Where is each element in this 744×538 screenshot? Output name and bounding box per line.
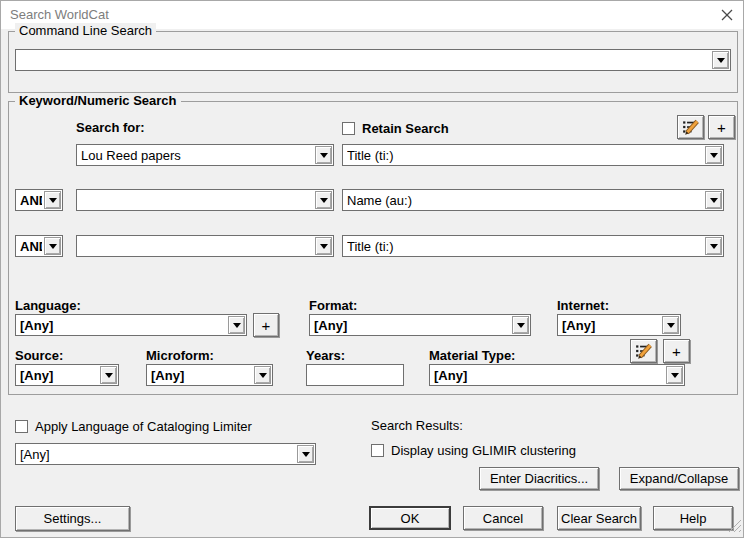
search-index-combo-2[interactable]: Name (au:) — [342, 189, 724, 211]
glimir-clustering-checkbox[interactable] — [371, 444, 384, 457]
source-combo[interactable]: [Any] — [15, 364, 119, 386]
command-line-search-combo[interactable] — [15, 49, 731, 71]
dropdown-arrow-icon[interactable] — [712, 51, 729, 69]
settings-button[interactable]: Settings... — [15, 506, 130, 531]
source-value: [Any] — [20, 368, 98, 383]
search-term-value-1: Lou Reed papers — [81, 148, 313, 163]
edit-material-type-list-button[interactable] — [630, 339, 657, 363]
language-of-cataloging-value: [Any] — [20, 447, 295, 462]
material-type-value: [Any] — [434, 368, 664, 383]
search-index-value-1: Title (ti:) — [347, 148, 703, 163]
plus-icon: + — [262, 317, 271, 334]
help-button[interactable]: Help — [653, 506, 733, 530]
ok-button[interactable]: OK — [369, 506, 451, 530]
search-index-value-2: Name (au:) — [347, 193, 703, 208]
years-label: Years: — [306, 348, 345, 363]
resize-grip-icon — [728, 519, 742, 533]
dropdown-arrow-icon[interactable] — [254, 366, 271, 384]
dropdown-arrow-icon[interactable] — [705, 191, 722, 209]
apply-language-of-cataloging-label: Apply Language of Cataloging Limiter — [35, 419, 252, 434]
format-label: Format: — [309, 298, 357, 313]
command-line-search-group-label: Command Line Search — [15, 23, 156, 38]
search-index-combo-3[interactable]: Title (ti:) — [342, 235, 724, 257]
dropdown-arrow-icon[interactable] — [512, 316, 529, 334]
add-material-type-button[interactable]: + — [663, 339, 690, 363]
dropdown-arrow-icon[interactable] — [228, 316, 245, 334]
keyword-numeric-search-group-label: Keyword/Numeric Search — [15, 93, 181, 108]
resize-grip[interactable] — [728, 519, 742, 536]
clear-search-button[interactable]: Clear Search — [557, 506, 641, 530]
dropdown-arrow-icon[interactable] — [705, 146, 722, 164]
search-worldcat-dialog: Search WorldCat Command Line Search Keyw… — [0, 0, 744, 538]
format-combo[interactable]: [Any] — [309, 314, 531, 336]
search-term-combo-2[interactable] — [76, 189, 334, 211]
years-input[interactable] — [306, 364, 404, 386]
edit-search-list-button[interactable] — [677, 115, 704, 139]
internet-label: Internet: — [557, 298, 609, 313]
cancel-button[interactable]: Cancel — [463, 506, 543, 530]
enter-diacritics-button[interactable]: Enter Diacritics... — [479, 467, 599, 490]
dropdown-arrow-icon[interactable] — [315, 191, 332, 209]
expand-collapse-button[interactable]: Expand/Collapse — [619, 467, 739, 490]
retain-search-label: Retain Search — [362, 121, 449, 136]
add-language-button[interactable]: + — [253, 313, 279, 337]
dropdown-arrow-icon[interactable] — [297, 445, 314, 463]
window-title: Search WorldCat — [10, 7, 109, 22]
language-combo[interactable]: [Any] — [15, 314, 247, 336]
dropdown-arrow-icon[interactable] — [44, 237, 61, 255]
edit-list-pencil-icon — [682, 119, 700, 135]
boolean-operator-value-2: AND — [20, 239, 42, 254]
search-for-label: Search for: — [76, 120, 145, 135]
boolean-operator-combo-1[interactable]: AND — [15, 189, 63, 211]
microform-value: [Any] — [151, 368, 252, 383]
plus-icon: + — [717, 119, 726, 136]
dropdown-arrow-icon[interactable] — [44, 191, 61, 209]
boolean-operator-value-1: AND — [20, 193, 42, 208]
search-index-value-3: Title (ti:) — [347, 239, 703, 254]
boolean-operator-combo-2[interactable]: AND — [15, 235, 63, 257]
dropdown-arrow-icon[interactable] — [315, 237, 332, 255]
dropdown-arrow-icon[interactable] — [100, 366, 117, 384]
search-term-combo-3[interactable] — [76, 235, 334, 257]
material-type-label: Material Type: — [429, 348, 515, 363]
close-button[interactable] — [718, 6, 736, 24]
format-value: [Any] — [314, 318, 510, 333]
dropdown-arrow-icon[interactable] — [662, 316, 679, 334]
edit-list-pencil-icon — [635, 343, 653, 359]
microform-label: Microform: — [146, 348, 214, 363]
search-term-combo-1[interactable]: Lou Reed papers — [76, 144, 334, 166]
material-type-combo[interactable]: [Any] — [429, 364, 685, 386]
internet-combo[interactable]: [Any] — [557, 314, 681, 336]
dropdown-arrow-icon[interactable] — [705, 237, 722, 255]
dropdown-arrow-icon[interactable] — [666, 366, 683, 384]
microform-combo[interactable]: [Any] — [146, 364, 273, 386]
source-label: Source: — [15, 348, 63, 363]
language-of-cataloging-combo[interactable]: [Any] — [15, 443, 316, 465]
plus-icon: + — [672, 343, 681, 360]
close-icon — [721, 9, 733, 21]
add-search-row-button[interactable]: + — [708, 115, 735, 139]
search-results-label: Search Results: — [371, 418, 463, 433]
language-value: [Any] — [20, 318, 226, 333]
retain-search-checkbox[interactable] — [342, 122, 355, 135]
dropdown-arrow-icon[interactable] — [315, 146, 332, 164]
apply-language-of-cataloging-checkbox[interactable] — [15, 420, 28, 433]
search-index-combo-1[interactable]: Title (ti:) — [342, 144, 724, 166]
glimir-clustering-label: Display using GLIMIR clustering — [391, 443, 576, 458]
language-label: Language: — [15, 298, 81, 313]
internet-value: [Any] — [562, 318, 660, 333]
